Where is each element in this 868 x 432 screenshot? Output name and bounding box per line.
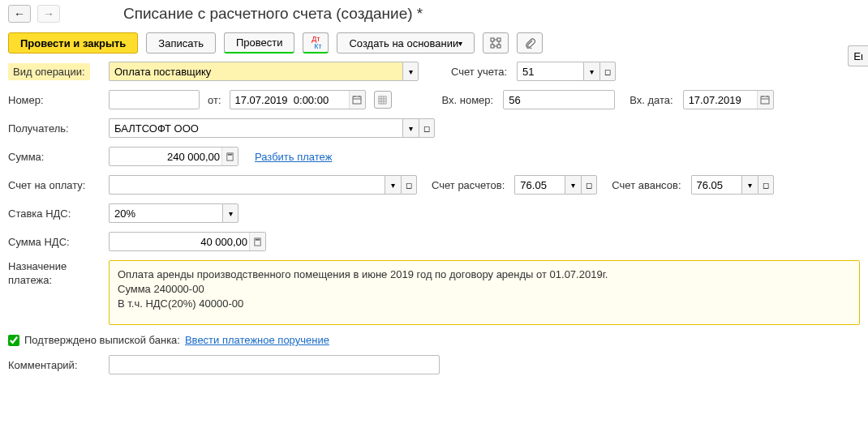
calendar-icon[interactable] xyxy=(349,91,365,109)
settlement-select[interactable]: ▾ ◻ xyxy=(514,175,597,195)
calendar-icon[interactable] xyxy=(757,91,773,109)
op-type-label: Вид операции: xyxy=(8,63,104,80)
open-icon[interactable]: ◻ xyxy=(581,175,597,195)
calculator-icon[interactable] xyxy=(249,233,265,250)
date-helper-button[interactable] xyxy=(374,91,392,109)
number-label: Номер: xyxy=(8,94,104,106)
save-button[interactable]: Записать xyxy=(146,32,216,53)
dropdown-icon[interactable]: ▾ xyxy=(402,118,419,138)
confirmed-checkbox-row[interactable]: Подтверждено выпиской банка: xyxy=(8,334,180,346)
create-based-button[interactable]: Создать на основании xyxy=(337,32,475,53)
attachment-button[interactable] xyxy=(517,32,543,53)
calculator-icon[interactable] xyxy=(221,148,238,165)
dropdown-icon[interactable]: ▾ xyxy=(222,203,238,223)
dtkr-icon: Дт Кт xyxy=(310,36,321,50)
confirmed-checkbox[interactable] xyxy=(8,335,19,346)
comment-label: Комментарий: xyxy=(8,359,104,371)
vat-sum-field[interactable] xyxy=(109,232,266,251)
svg-rect-0 xyxy=(491,38,494,41)
purpose-textarea[interactable]: Оплата аренды производственного помещени… xyxy=(109,260,860,325)
account-input[interactable] xyxy=(517,62,583,81)
process-and-close-button[interactable]: Провести и закрыть xyxy=(8,32,138,53)
page-title: Списание с расчетного счета (создание) * xyxy=(123,5,423,23)
svg-rect-6 xyxy=(761,96,769,104)
svg-rect-5 xyxy=(379,96,386,103)
advance-input[interactable] xyxy=(691,175,741,195)
date-field[interactable] xyxy=(230,90,366,109)
split-payment-link[interactable]: Разбить платеж xyxy=(255,151,332,163)
recipient-label: Получатель: xyxy=(8,122,104,135)
vat-sum-label: Сумма НДС: xyxy=(8,236,104,248)
invoice-select[interactable]: ▾ ◻ xyxy=(109,175,417,195)
inc-number-label: Вх. номер: xyxy=(442,94,494,106)
forward-button[interactable]: → xyxy=(37,5,60,23)
open-icon[interactable]: ◻ xyxy=(419,118,435,138)
back-button[interactable]: ← xyxy=(8,5,31,23)
sum-input[interactable] xyxy=(109,147,238,166)
svg-rect-2 xyxy=(491,45,494,48)
dropdown-icon[interactable]: ▾ xyxy=(402,62,419,81)
svg-rect-10 xyxy=(256,238,260,240)
op-type-select[interactable]: ▾ xyxy=(109,62,419,81)
inc-date-field[interactable] xyxy=(683,90,774,109)
dtkr-button[interactable]: Дт Кт xyxy=(303,32,329,53)
enter-payment-order-link[interactable]: Ввести платежное поручение xyxy=(185,334,329,346)
from-label: от: xyxy=(208,94,221,106)
vat-rate-input[interactable] xyxy=(109,203,222,223)
grid-icon xyxy=(378,96,387,105)
dropdown-icon[interactable]: ▾ xyxy=(565,175,581,195)
invoice-input[interactable] xyxy=(109,175,385,195)
structure-icon-button[interactable] xyxy=(483,32,509,53)
purpose-label: Назначение платежа: xyxy=(8,260,104,288)
svg-rect-8 xyxy=(228,153,233,155)
open-icon[interactable]: ◻ xyxy=(599,62,616,81)
process-button[interactable]: Провести xyxy=(224,32,295,53)
vat-sum-input[interactable] xyxy=(109,232,266,251)
settlement-label: Счет расчетов: xyxy=(432,179,505,191)
eu-button[interactable]: Ει xyxy=(848,45,868,66)
date-input[interactable] xyxy=(230,90,366,109)
svg-rect-3 xyxy=(497,45,501,48)
vat-rate-label: Ставка НДС: xyxy=(8,207,104,220)
inc-number-input[interactable] xyxy=(503,90,615,109)
svg-rect-4 xyxy=(353,96,361,104)
account-select[interactable]: ▾ ◻ xyxy=(517,62,616,81)
advance-label: Счет авансов: xyxy=(612,179,681,191)
dropdown-icon[interactable]: ▾ xyxy=(385,175,401,195)
dropdown-icon[interactable]: ▾ xyxy=(583,62,599,81)
sum-field[interactable] xyxy=(109,147,238,166)
op-type-input[interactable] xyxy=(109,62,402,81)
recipient-select[interactable]: ▾ ◻ xyxy=(109,118,435,138)
vat-rate-select[interactable]: ▾ xyxy=(109,203,238,223)
open-icon[interactable]: ◻ xyxy=(401,175,417,195)
structure-icon xyxy=(490,37,501,49)
advance-select[interactable]: ▾ ◻ xyxy=(691,175,774,195)
inc-date-label: Вх. дата: xyxy=(630,94,672,106)
paperclip-icon xyxy=(524,37,535,49)
invoice-label: Счет на оплату: xyxy=(8,179,104,191)
number-input[interactable] xyxy=(109,90,200,109)
settlement-input[interactable] xyxy=(514,175,565,195)
svg-rect-1 xyxy=(497,38,501,41)
comment-input[interactable] xyxy=(109,355,440,374)
sum-label: Сумма: xyxy=(8,151,104,163)
confirmed-label: Подтверждено выпиской банка: xyxy=(24,334,180,346)
open-icon[interactable]: ◻ xyxy=(758,175,774,195)
recipient-input[interactable] xyxy=(109,118,402,138)
account-label: Счет учета: xyxy=(451,66,507,78)
dropdown-icon[interactable]: ▾ xyxy=(741,175,758,195)
